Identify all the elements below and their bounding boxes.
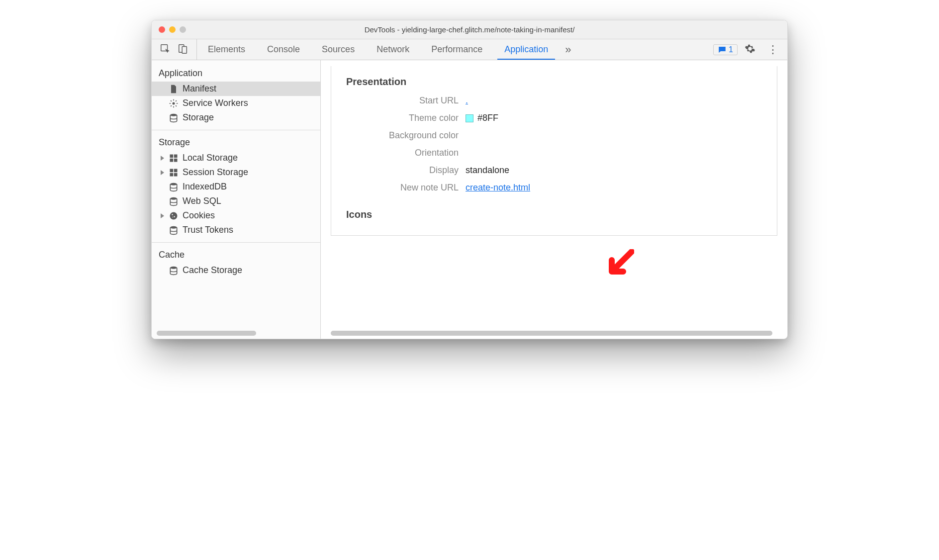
database-icon — [169, 266, 179, 276]
issues-count: 1 — [729, 45, 733, 54]
svg-point-13 — [170, 183, 177, 185]
sidebar-item-cookies[interactable]: Cookies — [152, 208, 320, 223]
sidebar-group-application: Application — [152, 65, 320, 81]
svg-rect-9 — [170, 169, 174, 172]
sidebar-item-session-storage[interactable]: Session Storage — [152, 165, 320, 180]
display-label: Display — [346, 165, 466, 176]
sidebar-item-web-sql[interactable]: Web SQL — [152, 194, 320, 208]
application-sidebar[interactable]: Application Manifest Service Workers Sto… — [152, 60, 321, 339]
sidebar-item-trust-tokens[interactable]: Trust Tokens — [152, 223, 320, 237]
display-value: standalone — [466, 165, 509, 176]
row-start-url: Start URL . — [346, 95, 762, 106]
row-background-color: Background color — [346, 130, 762, 141]
sidebar-item-cache-storage[interactable]: Cache Storage — [152, 263, 320, 278]
tab-performance[interactable]: Performance — [420, 39, 493, 60]
svg-point-14 — [170, 197, 177, 199]
settings-icon[interactable] — [740, 43, 760, 56]
tab-application[interactable]: Application — [493, 39, 559, 60]
issues-button[interactable]: 1 — [713, 44, 738, 55]
more-tabs-icon[interactable]: » — [559, 39, 577, 60]
svg-point-15 — [170, 212, 178, 219]
maximize-window-button[interactable] — [180, 26, 186, 33]
database-icon — [169, 113, 179, 123]
cookie-icon — [169, 211, 179, 221]
file-icon — [169, 84, 179, 94]
new-note-url-link[interactable]: create-note.html — [466, 183, 530, 193]
panel-body: Application Manifest Service Workers Sto… — [152, 60, 787, 339]
svg-point-16 — [172, 214, 173, 215]
row-display: Display standalone — [346, 165, 762, 176]
manifest-content-panel[interactable]: Presentation Start URL . Theme color #8F… — [321, 60, 787, 339]
svg-point-20 — [170, 266, 177, 269]
annotation-arrow-icon — [604, 249, 634, 279]
devtools-tabs: Elements Console Sources Network Perform… — [197, 39, 709, 60]
window-title: DevTools - yielding-large-chef.glitch.me… — [152, 25, 787, 34]
new-note-url-label: New note URL — [346, 183, 466, 193]
svg-point-4 — [170, 113, 177, 116]
theme-color-swatch — [466, 114, 473, 122]
tab-console[interactable]: Console — [256, 39, 311, 60]
svg-point-17 — [174, 216, 175, 217]
orientation-label: Orientation — [346, 148, 466, 158]
start-url-label: Start URL — [346, 95, 466, 106]
database-icon — [169, 196, 179, 206]
start-url-link[interactable]: . — [466, 95, 468, 106]
theme-color-value: #8FF — [477, 113, 498, 123]
database-icon — [169, 182, 179, 192]
grid-icon — [169, 168, 179, 178]
sidebar-separator — [152, 242, 320, 243]
row-new-note-url: New note URL create-note.html — [346, 183, 762, 193]
sidebar-item-storage[interactable]: Storage — [152, 110, 320, 125]
svg-rect-10 — [174, 169, 178, 172]
window-titlebar: DevTools - yielding-large-chef.glitch.me… — [152, 20, 787, 39]
row-orientation: Orientation — [346, 148, 762, 158]
kebab-menu-icon[interactable]: ⋮ — [762, 44, 783, 55]
svg-point-3 — [173, 102, 175, 104]
sidebar-separator — [152, 130, 320, 130]
device-toolbar-icon[interactable] — [178, 43, 188, 56]
database-icon — [169, 225, 179, 235]
inspect-element-icon[interactable] — [160, 43, 171, 56]
devtools-window: DevTools - yielding-large-chef.glitch.me… — [151, 20, 788, 339]
svg-rect-11 — [170, 173, 174, 176]
sidebar-scrollbar[interactable] — [157, 331, 256, 336]
chevron-right-icon — [161, 170, 164, 175]
svg-point-19 — [170, 226, 177, 228]
svg-rect-2 — [182, 46, 187, 53]
svg-rect-8 — [174, 158, 178, 162]
sidebar-item-service-workers[interactable]: Service Workers — [152, 96, 320, 110]
devtools-toolbar: Elements Console Sources Network Perform… — [152, 39, 787, 60]
icons-heading: Icons — [346, 209, 762, 220]
presentation-heading: Presentation — [346, 76, 762, 88]
svg-rect-7 — [170, 158, 174, 162]
tab-network[interactable]: Network — [366, 39, 420, 60]
chevron-right-icon — [161, 213, 164, 218]
grid-icon — [169, 153, 179, 163]
minimize-window-button[interactable] — [169, 26, 176, 33]
close-window-button[interactable] — [159, 26, 165, 33]
chevron-right-icon — [161, 156, 164, 161]
tab-sources[interactable]: Sources — [311, 39, 366, 60]
sidebar-item-indexeddb[interactable]: IndexedDB — [152, 180, 320, 194]
sidebar-item-manifest[interactable]: Manifest — [152, 82, 320, 96]
sidebar-group-storage: Storage — [152, 134, 320, 150]
svg-rect-12 — [174, 173, 178, 176]
toolbar-left-icons — [152, 39, 197, 60]
sidebar-item-local-storage[interactable]: Local Storage — [152, 151, 320, 165]
svg-point-18 — [173, 216, 174, 217]
theme-color-label: Theme color — [346, 113, 466, 123]
traffic-lights — [159, 26, 186, 33]
gear-icon — [169, 98, 179, 108]
bg-color-label: Background color — [346, 130, 466, 141]
row-theme-color: Theme color #8FF — [346, 113, 762, 123]
toolbar-right: 1 ⋮ — [709, 39, 787, 60]
tab-elements[interactable]: Elements — [197, 39, 256, 60]
svg-rect-6 — [174, 154, 178, 158]
sidebar-group-cache: Cache — [152, 247, 320, 262]
svg-rect-5 — [170, 154, 174, 158]
presentation-panel: Presentation Start URL . Theme color #8F… — [331, 66, 777, 236]
content-scrollbar[interactable] — [331, 331, 772, 336]
